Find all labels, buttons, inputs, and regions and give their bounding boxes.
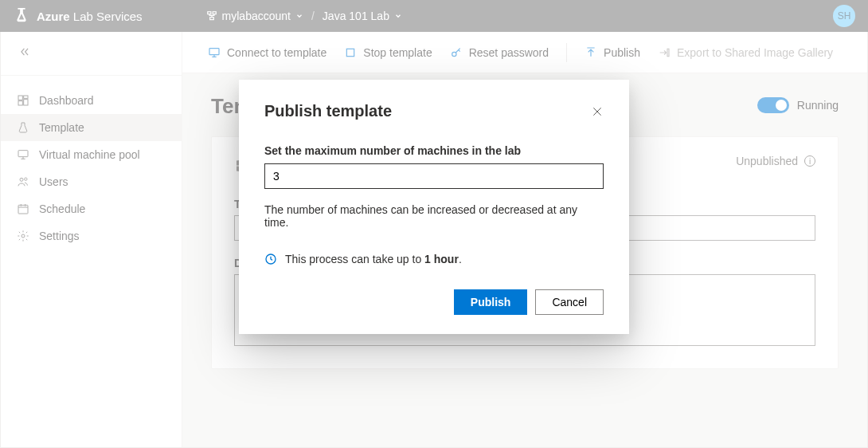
dialog-actions: Publish Cancel (264, 289, 604, 315)
modal-overlay: Publish template Set the maximum number … (0, 0, 868, 448)
cancel-button[interactable]: Cancel (535, 289, 604, 315)
max-machines-label: Set the maximum number of machines in th… (264, 144, 604, 157)
close-icon[interactable] (591, 105, 604, 118)
dialog-title: Publish template (264, 102, 392, 120)
info-text: This process can take up to 1 hour. (285, 253, 462, 265)
process-info: This process can take up to 1 hour. (264, 253, 604, 265)
machines-hint: The number of machines can be increased … (264, 203, 604, 229)
publish-confirm-button[interactable]: Publish (454, 289, 528, 315)
max-machines-input[interactable] (264, 163, 604, 189)
publish-template-dialog: Publish template Set the maximum number … (239, 80, 629, 334)
clock-icon (264, 253, 277, 265)
